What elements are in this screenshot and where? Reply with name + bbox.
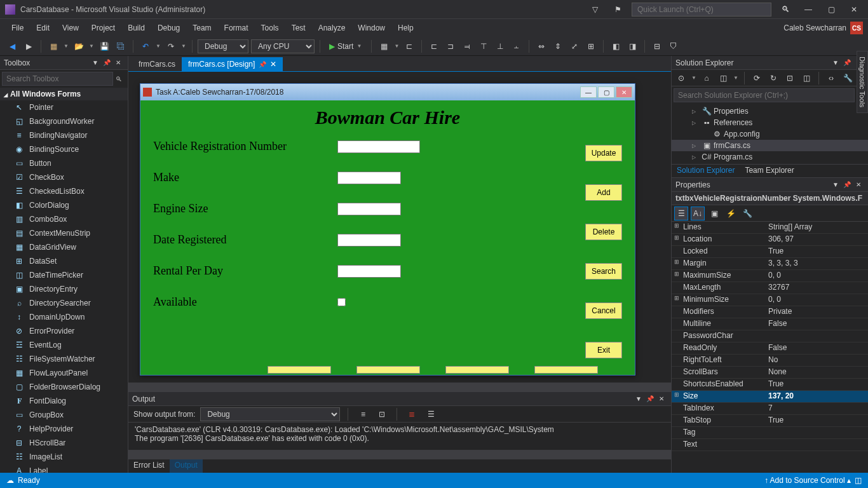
code-icon[interactable]: ‹› — [824, 71, 838, 85]
new-project-icon[interactable]: ▦ — [46, 39, 60, 53]
menu-test[interactable]: Test — [285, 21, 312, 35]
hspace-icon[interactable]: ⇔ — [534, 39, 548, 53]
pin-icon[interactable]: 📌 — [841, 57, 853, 69]
collapse-all-icon[interactable]: ◫ — [799, 71, 813, 85]
input-vrn[interactable] — [337, 140, 420, 153]
input-date[interactable] — [337, 234, 401, 247]
dropdown-icon[interactable]: ▼ — [88, 39, 95, 53]
properties-object-combo[interactable]: txtbxVehicleRegistraionNumber System.Win… — [672, 192, 868, 205]
alphabetical-icon[interactable]: A↓ — [691, 207, 705, 220]
property-value[interactable]: True — [766, 379, 868, 390]
property-value[interactable]: 32767 — [766, 282, 868, 294]
toolbox-item-contextmenustrip[interactable]: ▤ContextMenuStrip — [0, 226, 128, 240]
property-row-maximumsize[interactable]: ⊞MaximumSize0, 0 — [672, 270, 868, 282]
cancel-button[interactable]: Cancel — [585, 302, 622, 319]
menu-edit[interactable]: Edit — [30, 21, 56, 35]
delete-button[interactable]: Delete — [585, 224, 622, 240]
dropdown-icon[interactable]: ▼ — [63, 39, 69, 53]
property-value[interactable]: 137, 20 — [766, 391, 868, 402]
input-make[interactable] — [337, 172, 401, 184]
toolbox-item-bindingnavigator[interactable]: ≡BindingNavigator — [0, 128, 128, 142]
property-row-locked[interactable]: LockedTrue — [672, 246, 868, 258]
dropdown-icon[interactable]: ▼ — [393, 39, 400, 53]
toolbox-item-folderbrowserdialog[interactable]: ▢FolderBrowserDialog — [0, 380, 128, 394]
property-value[interactable] — [766, 330, 868, 342]
property-value[interactable]: String[] Array — [766, 222, 868, 233]
toolbox-item-helpprovider[interactable]: ?HelpProvider — [0, 422, 128, 436]
property-row-scrollbars[interactable]: ScrollBarsNone — [672, 367, 868, 379]
toolbox-item-combobox[interactable]: ▥ComboBox — [0, 212, 128, 226]
property-row-maxlength[interactable]: MaxLength32767 — [672, 282, 868, 294]
toolbox-item-bindingsource[interactable]: ◉BindingSource — [0, 142, 128, 156]
close-icon[interactable]: ✕ — [853, 179, 864, 191]
property-value[interactable]: False — [766, 342, 868, 354]
events-icon[interactable]: ⚡ — [724, 207, 738, 220]
close-button[interactable]: ✕ — [845, 2, 863, 17]
source-control-button[interactable]: ↑ Add to Source Control ▴ — [764, 476, 851, 485]
user-avatar[interactable]: CS — [850, 22, 863, 34]
property-value[interactable]: 7 — [766, 403, 868, 414]
toolbox-item-backgroundworker[interactable]: ◱BackgroundWorker — [0, 114, 128, 128]
dropdown-icon[interactable]: ▼ — [633, 393, 644, 405]
toggle-icon[interactable]: ⊡ — [375, 407, 389, 421]
toolbox-item-eventlog[interactable]: ☲EventLog — [0, 338, 128, 352]
close-icon[interactable]: ✕ — [656, 393, 667, 405]
home-icon[interactable]: ⊙ — [674, 71, 688, 85]
tab-icon[interactable]: ⊟ — [650, 39, 664, 53]
save-all-icon[interactable]: ⿻ — [114, 39, 128, 53]
toolbox-item-directoryentry[interactable]: ▣DirectoryEntry — [0, 282, 128, 296]
start-button[interactable]: ▶Start▼ — [325, 38, 366, 55]
menu-tools[interactable]: Tools — [255, 21, 285, 35]
property-row-text[interactable]: Text — [672, 439, 868, 451]
toolbox-item-datagridview[interactable]: ▦DataGridView — [0, 240, 128, 254]
wrap-icon[interactable]: ≣ — [405, 407, 419, 421]
show-all-icon[interactable]: ⊡ — [783, 71, 797, 85]
align-left-icon[interactable]: ⊏ — [427, 39, 441, 53]
menu-project[interactable]: Project — [85, 21, 121, 35]
property-row-size[interactable]: ⊞Size137, 20 — [672, 391, 868, 403]
search-icon[interactable]: 🔍︎ — [113, 73, 125, 85]
tab-solution-explorer[interactable]: Solution Explorer — [672, 165, 740, 177]
toolbox-item-checkbox[interactable]: ☑CheckBox — [0, 170, 128, 184]
list-icon[interactable]: ☰ — [424, 407, 438, 421]
property-value[interactable]: Private — [766, 306, 868, 318]
property-row-shortcutsenabled[interactable]: ShortcutsEnabledTrue — [672, 379, 868, 391]
notification-icon[interactable]: ▽ — [586, 2, 604, 17]
menu-team[interactable]: Team — [186, 21, 217, 35]
dropdown-icon[interactable]: ▼ — [691, 71, 697, 85]
property-value[interactable]: True — [766, 246, 868, 257]
menu-debug[interactable]: Debug — [151, 21, 186, 35]
pin-icon[interactable]: 📌 — [841, 179, 853, 191]
sync-icon[interactable]: ⟳ — [750, 71, 764, 85]
update-button[interactable]: Update — [585, 145, 622, 161]
property-value[interactable]: None — [766, 367, 868, 378]
order-icon[interactable]: ◧ — [609, 39, 623, 53]
menu-view[interactable]: View — [56, 21, 85, 35]
close-icon[interactable]: ✕ — [112, 57, 124, 69]
diagnostic-tools-tab[interactable]: Diagnostic Tools — [857, 56, 868, 113]
property-value[interactable] — [766, 427, 868, 438]
dropdown-icon[interactable]: ▼ — [180, 39, 187, 53]
solution-item-properties[interactable]: ▷🔧Properties — [672, 105, 868, 117]
align-bottom-icon[interactable]: ⫠ — [510, 39, 524, 53]
nav-button[interactable] — [534, 366, 598, 374]
menu-build[interactable]: Build — [121, 21, 151, 35]
property-row-tabindex[interactable]: TabIndex7 — [672, 403, 868, 415]
expand-icon[interactable]: ⊞ — [674, 271, 679, 277]
menu-window[interactable]: Window — [351, 21, 391, 35]
solution-item-app-config[interactable]: ⚙App.config — [672, 128, 868, 140]
dropdown-icon[interactable]: ▼ — [155, 39, 161, 53]
refresh-icon[interactable]: ↻ — [766, 71, 780, 85]
toolbox-item-datetimepicker[interactable]: ◫DateTimePicker — [0, 268, 128, 282]
toolbox-item-checkedlistbox[interactable]: ☰CheckedListBox — [0, 184, 128, 198]
categorized-icon[interactable]: ☰ — [674, 207, 688, 220]
expand-icon[interactable]: ▷ — [692, 143, 700, 149]
properties-icon[interactable]: ▣ — [707, 207, 721, 220]
menu-file[interactable]: File — [5, 21, 30, 35]
tab-design[interactable]: frmCars.cs [Design] 📌 ✕ — [182, 57, 283, 71]
search-button[interactable]: Search — [585, 263, 622, 280]
align-right-icon[interactable]: ⫤ — [460, 39, 474, 53]
redo-icon[interactable]: ↷ — [164, 39, 178, 53]
designer-surface[interactable]: Task A:Caleb Sewcharran-17/08/2018 — ▢ ✕… — [128, 72, 671, 383]
toolbox-item-label[interactable]: ALabel — [0, 464, 128, 473]
